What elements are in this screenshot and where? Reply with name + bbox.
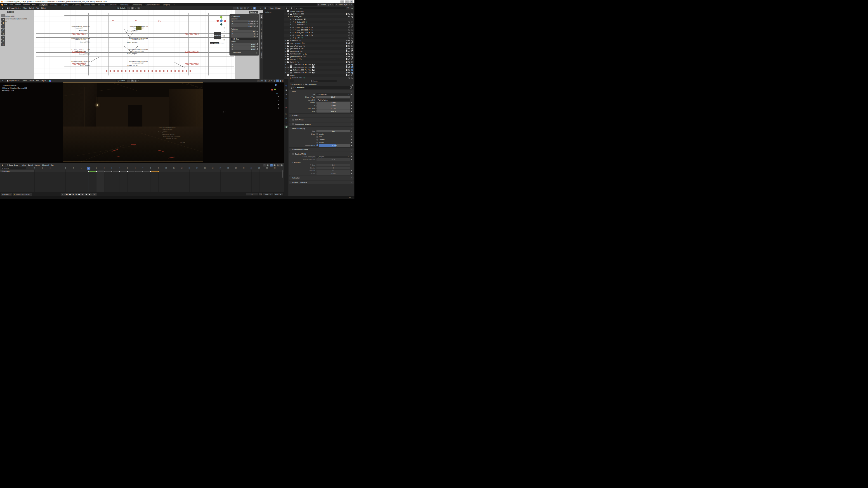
blender-menu-icon[interactable] [1, 4, 3, 6]
disable-render-icon[interactable] [351, 35, 353, 36]
animate-dot[interactable] [351, 173, 352, 174]
editor-type-button[interactable]: ≣▾ [285, 7, 289, 9]
tool-add-cube[interactable]: ⊞ [1, 43, 5, 46]
disable-render-icon[interactable] [351, 32, 353, 33]
outliner-row[interactable]: ▶light▽☀6✓ [284, 61, 354, 63]
outliner-row[interactable]: ▼Collection.009✓ [284, 13, 354, 15]
hide-eye-icon[interactable] [348, 61, 350, 63]
mode-dropdown[interactable]: ▣Object Mode▾ [6, 7, 22, 9]
playhead-frame-label[interactable]: 0 [87, 167, 90, 170]
hide-eye-icon[interactable] [348, 45, 350, 47]
animate-dot[interactable] [351, 168, 352, 168]
outliner-row[interactable]: ▶Collection.001+31▽1262✓ [284, 63, 354, 66]
outliner-row[interactable]: ▶+roue_SRT.002+▽4 [284, 29, 354, 31]
hide-eye-icon[interactable] [348, 26, 350, 28]
lock-view-icon[interactable]: ⊠ [278, 107, 279, 109]
lock-icon[interactable] [256, 36, 258, 37]
workspace-tab-layout[interactable]: Layout [39, 3, 48, 6]
expand-toggle[interactable]: ▶ [285, 61, 287, 63]
exclude-checkbox[interactable]: ✓ [346, 53, 348, 55]
menu-marker[interactable]: Marker [34, 164, 41, 166]
hide-eye-icon[interactable] [348, 77, 350, 79]
panel-header[interactable]: ▸Animation⠿ [289, 176, 353, 180]
keyframe[interactable] [142, 171, 144, 172]
transform-orientation-dropdown[interactable]: ⤯Global▾ [116, 79, 127, 82]
disable-render-icon[interactable] [351, 40, 353, 41]
disable-render-icon[interactable] [351, 69, 353, 71]
pause-render-button[interactable]: ❚❚ [279, 79, 283, 82]
animate-dot[interactable] [351, 97, 352, 97]
pin-id-icon[interactable] [352, 84, 353, 85]
animate-dot[interactable] [351, 145, 352, 146]
properties-tab-physics[interactable]: ◌ [284, 121, 288, 124]
disable-render-icon[interactable] [351, 64, 353, 65]
lock-icon[interactable] [256, 44, 258, 45]
expand-toggle[interactable]: ▶ [285, 72, 287, 73]
animate-dot[interactable] [351, 134, 352, 134]
exclude-checkbox[interactable]: ✓ [346, 58, 348, 60]
expand-toggle[interactable]: ▶ [285, 64, 287, 65]
keyframe[interactable] [158, 171, 159, 172]
outliner-item-name[interactable]: Scene Collection [290, 10, 304, 12]
proportional-editing-toggle[interactable]: ◎ [134, 79, 137, 82]
exclude-checkbox[interactable]: ✓ [346, 51, 348, 52]
outliner-item-name[interactable]: Collection.003 [293, 69, 304, 71]
dope-sheet-editor[interactable]: ◆▾ ◇Dope Sheet▾ ViewSelectMarkerChannelK… [0, 163, 284, 192]
exclude-checkbox[interactable]: ✓ [346, 64, 348, 66]
outliner-row[interactable]: ▶Collection.004+31▽1262✓ [284, 71, 354, 74]
hide-eye-icon[interactable] [348, 29, 350, 31]
disable-render-icon[interactable] [351, 29, 353, 31]
outliner-row[interactable]: ▼+Boite_SRT [284, 15, 354, 18]
prop-slider[interactable]: 1.000 [316, 172, 350, 175]
new-viewlayer-icon[interactable]: ⧉ [349, 4, 350, 6]
tool-settings-icon[interactable]: ▥ [10, 11, 13, 13]
playback-menu[interactable]: Playback▾ [1, 193, 12, 196]
expand-toggle[interactable]: ▶ [290, 32, 292, 33]
animate-dot[interactable] [351, 170, 352, 171]
disable-render-icon[interactable] [351, 51, 353, 52]
hide-eye-icon[interactable] [348, 53, 350, 55]
remove-viewlayer-icon[interactable]: ✕ [351, 4, 352, 6]
sidebar-tab-view[interactable]: View [260, 25, 263, 31]
panel-checkbox[interactable] [292, 119, 294, 121]
play-reverse-button[interactable]: ◀ [71, 193, 74, 195]
animate-dot[interactable] [351, 111, 352, 111]
lock-icon[interactable] [256, 31, 258, 32]
proportional-falloff-dropdown[interactable]: ∿▾ [137, 79, 141, 82]
disable-render-icon[interactable] [351, 24, 353, 25]
expand-toggle[interactable]: ▶ [285, 51, 287, 52]
workspace-tab-uv-editing[interactable]: UV Editing [70, 3, 82, 6]
sidebar-tab-blenderkit[interactable]: BlenderKit [260, 41, 263, 50]
disable-render-icon[interactable] [351, 26, 353, 28]
outliner-row[interactable]: ▶∿Animation◆◇ [284, 18, 354, 21]
spreadsheet-editor[interactable]: ▦▾ ViewSelect No items [263, 6, 284, 79]
outliner-row[interactable]: ▶lightGeometry+4▽4✓ [284, 53, 354, 55]
viewlayer-selector[interactable]: ⧉▾ ViewLayer ⧉ ✕ [335, 3, 353, 6]
filter-dropdown[interactable]: ∇▾ [347, 7, 350, 9]
shading-solid[interactable]: ● [250, 7, 253, 9]
properties-tab-data[interactable] [284, 125, 288, 128]
snap-dropdown[interactable]: Ω▾ [273, 164, 276, 166]
exclude-checkbox[interactable]: ✓ [346, 61, 348, 63]
panel-checkbox[interactable] [292, 123, 294, 125]
outliner-item-name[interactable]: Boite_SRT [294, 15, 303, 18]
animate-dot[interactable] [351, 142, 352, 143]
outliner-row[interactable]: ▶+roue_SRT.004+▽4 [284, 34, 354, 37]
outliner-row[interactable]: ▶grillFabrique▽61✓ [284, 47, 354, 50]
outliner-item-name[interactable]: pendrillons [290, 50, 299, 52]
sync-toggle[interactable]: ⇄ [270, 164, 273, 166]
transform-location-x[interactable]: X15.384 m [231, 20, 256, 22]
transform-orientation-dropdown[interactable]: ⤯Global▾ [116, 7, 127, 9]
expand-toggle[interactable]: ▼ [285, 74, 287, 76]
hide-eye-icon[interactable] [348, 21, 350, 23]
jump-end-button[interactable]: ▶▮ [81, 193, 84, 195]
prop-objfield[interactable]: ▢ Object✎ [316, 156, 350, 158]
expand-toggle[interactable]: ▶ [290, 24, 292, 25]
breadcrumb-data[interactable]: Camera.007 [308, 84, 317, 86]
scene-selector[interactable]: ◍▾ Scene ⧉ ✕ [317, 3, 334, 6]
outliner-item-name[interactable]: light [290, 61, 293, 63]
axis-x-positive[interactable]: X [224, 20, 226, 22]
transform-rotation-y[interactable]: Y0° [231, 33, 256, 35]
outliner-item-name[interactable]: Collection [290, 39, 298, 41]
prop-dropdown[interactable]: Perspective▾ [316, 93, 350, 96]
